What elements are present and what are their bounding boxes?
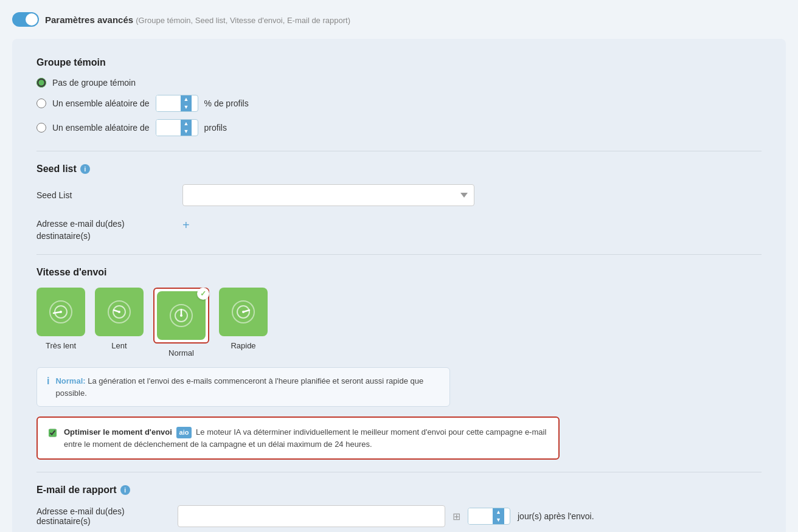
speed-card-tres-lent-inner	[36, 288, 85, 336]
pct-down[interactable]: ▼	[181, 103, 192, 111]
seed-list-label: Seed List	[36, 190, 170, 200]
pct-up[interactable]: ▲	[181, 95, 192, 103]
pct-spinner[interactable]: ▲ ▼	[156, 95, 198, 112]
radio-ensemble-pct[interactable]	[36, 98, 46, 108]
speed-info-box: i Normal: La génération et l'envoi des e…	[36, 367, 450, 407]
speed-info-text: Normal: La génération et l'envoi des e-m…	[55, 375, 440, 399]
svg-point-15	[242, 311, 245, 313]
radio-ensemble-profils[interactable]	[36, 123, 46, 133]
vitesse-envoi-section: Vitesse d'envoi Très lent	[36, 267, 762, 460]
jours-input[interactable]	[468, 508, 493, 524]
radio-row-3: Un ensemble aléatoire de ▲ ▼ profils	[36, 119, 762, 136]
aio-badge: aio	[176, 427, 192, 438]
seed-list-select[interactable]	[182, 184, 474, 206]
radio-ensemble-pct-suffix: % de profils	[204, 98, 249, 108]
groupe-temoin-options: Pas de groupe témoin Un ensemble aléatoi…	[36, 78, 762, 136]
svg-point-3	[60, 311, 62, 313]
speed-card-lent[interactable]: Lent	[95, 288, 144, 358]
radio-pas-groupe[interactable]	[36, 78, 46, 88]
profils-down[interactable]: ▼	[181, 128, 192, 136]
profils-up[interactable]: ▲	[181, 120, 192, 128]
pct-arrows: ▲ ▼	[181, 95, 192, 111]
groupe-temoin-title: Groupe témoin	[36, 57, 762, 68]
radio-row-2: Un ensemble aléatoire de ▲ ▼ % de profil…	[36, 95, 762, 112]
optimize-label: Optimiser le moment d'envoi	[64, 427, 172, 437]
jours-up[interactable]: ▲	[493, 508, 504, 516]
speed-card-tres-lent-label: Très lent	[46, 341, 76, 350]
seed-list-title: Seed list	[36, 164, 77, 174]
email-rapport-row: Adresse e-mail du(des) destinataire(s) ⊞…	[36, 505, 762, 527]
radio-pas-groupe-label: Pas de groupe témoin	[52, 78, 136, 88]
jours-label: jour(s) après l'envoi.	[518, 511, 594, 521]
lent-gauge-icon	[106, 299, 133, 325]
speed-card-tres-lent[interactable]: Très lent	[36, 288, 85, 358]
email-rapport-columns-icon: ⊞	[453, 511, 460, 522]
email-rapport-label: Adresse e-mail du(des) destinataire(s)	[36, 506, 170, 526]
normal-gauge-icon	[168, 302, 195, 329]
speed-card-normal-inner: ✓	[157, 291, 206, 340]
advanced-params-toggle[interactable]	[12, 12, 39, 27]
seed-add-email-button[interactable]: +	[182, 218, 190, 232]
speed-cards: Très lent Lent	[36, 288, 762, 358]
speed-card-rapide[interactable]: Rapide	[219, 288, 268, 358]
vitesse-envoi-title: Vitesse d'envoi	[36, 267, 762, 278]
radio-ensemble-pct-prefix: Un ensemble aléatoire de	[52, 98, 150, 108]
speed-info-body: La génération et l'envoi des e-mails com…	[55, 376, 423, 398]
pct-input[interactable]	[156, 95, 181, 111]
seed-list-info-icon[interactable]: i	[80, 164, 90, 174]
svg-point-7	[118, 311, 120, 313]
jours-arrows: ▲ ▼	[493, 508, 504, 524]
optimize-box: Optimiser le moment d'envoi aio Le moteu…	[36, 416, 560, 460]
email-rapport-title: E-mail de rapport	[36, 485, 117, 496]
seed-email-dest-label: Adresse e-mail du(des) destinataire(s)	[36, 218, 170, 242]
speed-info-icon: i	[47, 376, 49, 387]
optimize-checkbox[interactable]	[49, 427, 57, 438]
speed-card-normal-selected-wrapper: ✓	[153, 288, 209, 344]
main-card: Groupe témoin Pas de groupe témoin Un en…	[12, 39, 786, 532]
seed-email-dest-row: Adresse e-mail du(des) destinataire(s) +	[36, 218, 762, 242]
email-rapport-info-icon[interactable]: i	[120, 485, 130, 495]
radio-row-1: Pas de groupe témoin	[36, 78, 762, 88]
profils-input[interactable]	[156, 120, 181, 136]
seed-list-section: Seed list i	[36, 164, 762, 174]
profils-spinner[interactable]: ▲ ▼	[156, 119, 198, 136]
seed-list-row: Seed List	[36, 184, 762, 206]
jours-spinner[interactable]: ▲ ▼	[468, 508, 510, 525]
speed-card-normal[interactable]: ✓ Normal	[153, 288, 209, 358]
speed-card-normal-label: Normal	[168, 348, 194, 358]
profils-arrows: ▲ ▼	[181, 120, 192, 136]
speed-info-label: Normal:	[55, 376, 85, 385]
speed-card-rapide-inner	[219, 288, 268, 336]
page-title: Paramètres avancés (Groupe témoin, Seed …	[45, 15, 350, 25]
email-rapport-section: E-mail de rapport i	[36, 485, 762, 496]
speed-card-normal-checkmark: ✓	[197, 288, 209, 300]
radio-ensemble-profils-suffix: profils	[204, 123, 227, 133]
svg-point-11	[180, 314, 182, 317]
speed-card-lent-inner	[95, 288, 144, 336]
tres-lent-gauge-icon	[47, 299, 74, 325]
jours-down[interactable]: ▼	[493, 516, 504, 524]
rapide-gauge-icon	[230, 299, 257, 325]
optimize-text: Optimiser le moment d'envoi aio Le moteu…	[64, 426, 547, 450]
radio-ensemble-profils-prefix: Un ensemble aléatoire de	[52, 123, 150, 133]
speed-card-lent-label: Lent	[111, 341, 127, 350]
speed-card-rapide-label: Rapide	[231, 341, 255, 350]
email-rapport-input[interactable]	[178, 505, 445, 527]
page-subtitle: (Groupe témoin, Seed list, Vitesse d'env…	[136, 16, 350, 25]
